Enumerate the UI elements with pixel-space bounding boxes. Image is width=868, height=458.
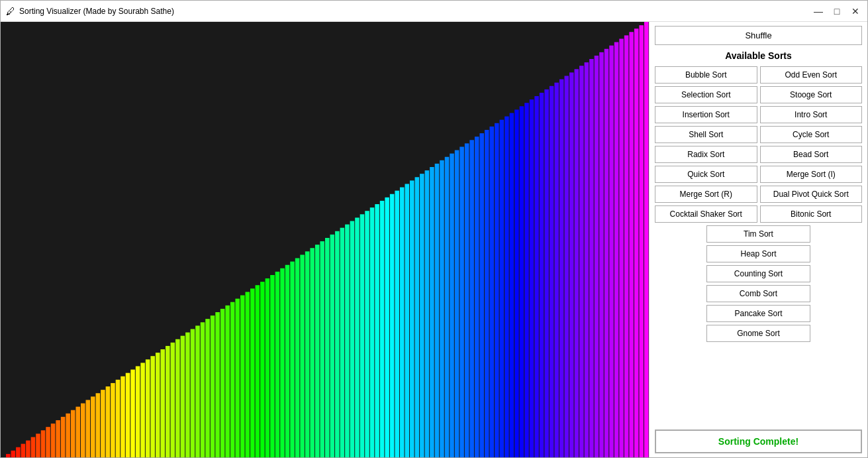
close-button[interactable]: ✕ <box>849 5 862 18</box>
bitonic-sort-button[interactable]: Bitonic Sort <box>760 205 863 223</box>
insertion-sort-button[interactable]: Insertion Sort <box>655 106 757 123</box>
sorts-row-4: Shell Sort Cycle Sort <box>655 126 862 143</box>
sorts-row-8: Cocktail Shaker Sort Bitonic Sort <box>655 205 862 223</box>
content-area: Shuffle Available Sorts Bubble Sort Odd … <box>1 22 867 457</box>
cycle-sort-button[interactable]: Cycle Sort <box>760 126 863 143</box>
pancake-sort-button[interactable]: Pancake Sort <box>706 305 810 322</box>
sorts-single-col: Tim Sort Heap Sort Counting Sort Comb So… <box>655 225 862 342</box>
counting-sort-button[interactable]: Counting Sort <box>706 265 810 282</box>
cocktail-shaker-sort-button[interactable]: Cocktail Shaker Sort <box>655 205 757 223</box>
sorts-row-5: Radix Sort Bead Sort <box>655 146 862 163</box>
tim-sort-button[interactable]: Tim Sort <box>706 225 810 243</box>
app-icon: 🖊 <box>6 6 15 17</box>
radix-sort-button[interactable]: Radix Sort <box>655 146 757 163</box>
merge-sort-i-button[interactable]: Merge Sort (I) <box>760 166 863 183</box>
titlebar-controls: — □ ✕ <box>812 5 862 18</box>
sorts-row-2: Selection Sort Stooge Sort <box>655 86 862 103</box>
window-title: Sorting Visualizer (Made by Sourabh Sath… <box>19 7 174 16</box>
titlebar: 🖊 Sorting Visualizer (Made by Sourabh Sa… <box>1 1 867 22</box>
selection-sort-button[interactable]: Selection Sort <box>655 86 757 103</box>
shell-sort-button[interactable]: Shell Sort <box>655 126 757 143</box>
sorting-complete-label: Sorting Complete! <box>655 429 862 453</box>
bubble-sort-button[interactable]: Bubble Sort <box>655 66 757 84</box>
heap-sort-button[interactable]: Heap Sort <box>706 245 810 262</box>
titlebar-left: 🖊 Sorting Visualizer (Made by Sourabh Sa… <box>6 6 174 17</box>
stooge-sort-button[interactable]: Stooge Sort <box>760 86 863 103</box>
bead-sort-button[interactable]: Bead Sort <box>760 146 863 163</box>
gnome-sort-button[interactable]: Gnome Sort <box>706 325 810 342</box>
sorts-row-1: Bubble Sort Odd Even Sort <box>655 66 862 84</box>
odd-even-sort-button[interactable]: Odd Even Sort <box>760 66 863 84</box>
sorts-row-6: Quick Sort Merge Sort (I) <box>655 166 862 183</box>
intro-sort-button[interactable]: Intro Sort <box>760 106 863 123</box>
sorting-visualizer <box>1 22 649 457</box>
quick-sort-button[interactable]: Quick Sort <box>655 166 757 183</box>
sorts-row-7: Merge Sort (R) Dual Pivot Quick Sort <box>655 186 862 203</box>
visualizer-canvas <box>1 22 649 457</box>
comb-sort-button[interactable]: Comb Sort <box>706 285 810 302</box>
merge-sort-r-button[interactable]: Merge Sort (R) <box>655 186 757 203</box>
available-sorts-title: Available Sorts <box>655 50 862 61</box>
shuffle-button[interactable]: Shuffle <box>655 26 862 45</box>
minimize-button[interactable]: — <box>812 5 825 18</box>
maximize-button[interactable]: □ <box>830 5 844 18</box>
main-window: 🖊 Sorting Visualizer (Made by Sourabh Sa… <box>0 0 868 458</box>
dual-pivot-quick-sort-button[interactable]: Dual Pivot Quick Sort <box>760 186 863 203</box>
sidebar: Shuffle Available Sorts Bubble Sort Odd … <box>649 22 867 457</box>
sorts-row-3: Insertion Sort Intro Sort <box>655 106 862 123</box>
